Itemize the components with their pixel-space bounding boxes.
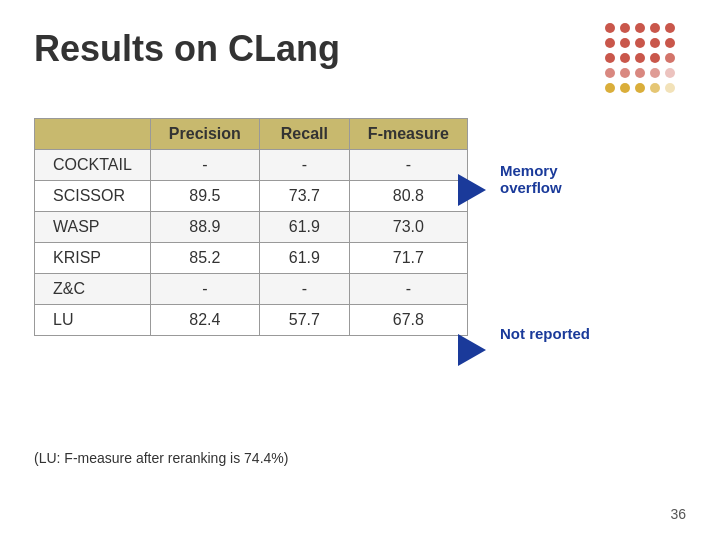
results-table: Precision Recall F-measure COCKTAIL - - … (34, 118, 468, 336)
row-fmeasure-3: 71.7 (349, 243, 467, 274)
svg-point-13 (650, 53, 660, 63)
row-fmeasure-5: 67.8 (349, 305, 467, 336)
row-name-5: LU (35, 305, 151, 336)
row-precision-3: 85.2 (150, 243, 259, 274)
svg-point-23 (650, 83, 660, 93)
svg-point-4 (665, 23, 675, 33)
svg-point-5 (605, 38, 615, 48)
svg-point-3 (650, 23, 660, 33)
row-recall-0: - (259, 150, 349, 181)
page-title: Results on CLang (34, 28, 340, 70)
svg-point-11 (620, 53, 630, 63)
svg-point-10 (605, 53, 615, 63)
svg-point-20 (605, 83, 615, 93)
svg-point-8 (650, 38, 660, 48)
svg-point-12 (635, 53, 645, 63)
row-name-2: WASP (35, 212, 151, 243)
svg-point-18 (650, 68, 660, 78)
row-recall-4: - (259, 274, 349, 305)
col-header-name (35, 119, 151, 150)
table-row: COCKTAIL - - - (35, 150, 468, 181)
svg-point-1 (620, 23, 630, 33)
not-reported-arrow (458, 334, 486, 366)
row-recall-5: 57.7 (259, 305, 349, 336)
results-table-container: Precision Recall F-measure COCKTAIL - - … (34, 118, 468, 336)
svg-point-21 (620, 83, 630, 93)
svg-point-17 (635, 68, 645, 78)
row-precision-2: 88.9 (150, 212, 259, 243)
table-row: SCISSOR 89.5 73.7 80.8 (35, 181, 468, 212)
table-row: LU 82.4 57.7 67.8 (35, 305, 468, 336)
memory-overflow-arrow (458, 174, 486, 206)
svg-point-22 (635, 83, 645, 93)
svg-point-6 (620, 38, 630, 48)
row-precision-1: 89.5 (150, 181, 259, 212)
svg-point-7 (635, 38, 645, 48)
arrow-right-icon (458, 174, 486, 206)
svg-point-0 (605, 23, 615, 33)
svg-point-24 (665, 83, 675, 93)
row-fmeasure-0: - (349, 150, 467, 181)
memory-overflow-label: Memory overflow (500, 162, 562, 196)
page-number: 36 (670, 506, 686, 522)
col-header-recall: Recall (259, 119, 349, 150)
row-recall-1: 73.7 (259, 181, 349, 212)
row-fmeasure-4: - (349, 274, 467, 305)
table-row: Z&C - - - (35, 274, 468, 305)
row-name-1: SCISSOR (35, 181, 151, 212)
svg-point-2 (635, 23, 645, 33)
col-header-fmeasure: F-measure (349, 119, 467, 150)
row-precision-0: - (150, 150, 259, 181)
not-reported-label: Not reported (500, 325, 590, 342)
svg-point-15 (605, 68, 615, 78)
arrow-right-icon (458, 334, 486, 366)
row-recall-3: 61.9 (259, 243, 349, 274)
row-recall-2: 61.9 (259, 212, 349, 243)
row-fmeasure-1: 80.8 (349, 181, 467, 212)
svg-point-16 (620, 68, 630, 78)
svg-point-14 (665, 53, 675, 63)
dot-decoration (600, 18, 690, 108)
row-name-4: Z&C (35, 274, 151, 305)
svg-point-9 (665, 38, 675, 48)
table-row: WASP 88.9 61.9 73.0 (35, 212, 468, 243)
footnote: (LU: F-measure after reranking is 74.4%) (34, 450, 288, 466)
row-name-3: KRISP (35, 243, 151, 274)
row-precision-4: - (150, 274, 259, 305)
table-row: KRISP 85.2 61.9 71.7 (35, 243, 468, 274)
row-precision-5: 82.4 (150, 305, 259, 336)
row-fmeasure-2: 73.0 (349, 212, 467, 243)
row-name-0: COCKTAIL (35, 150, 151, 181)
svg-point-19 (665, 68, 675, 78)
col-header-precision: Precision (150, 119, 259, 150)
